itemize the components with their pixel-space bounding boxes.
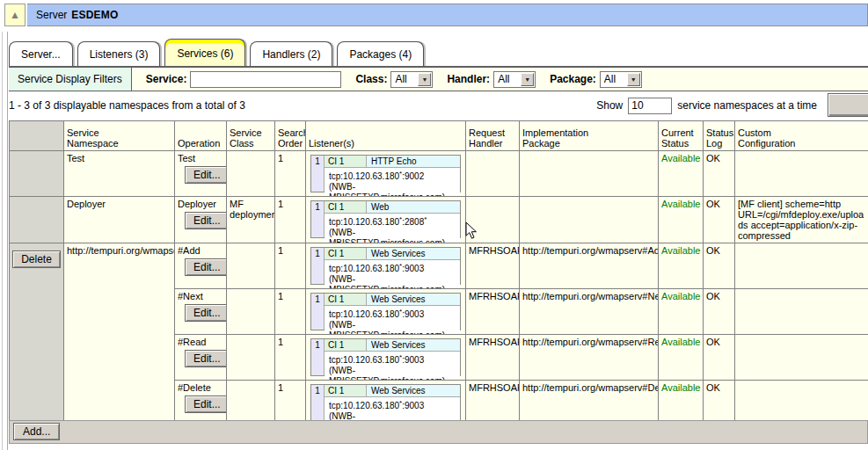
current-status-cell: Available xyxy=(659,335,704,381)
implementation-package-cell: http://tempuri.org/wmapserv#Delete xyxy=(520,381,659,426)
show-count-group: Show service namespaces at a time xyxy=(596,98,817,114)
table-row: Deployer Deployer Edit... MF deployment … xyxy=(10,197,868,243)
request-handler-cell xyxy=(466,197,520,243)
request-handler-cell: MFRHSOAP xyxy=(466,335,520,381)
frame-divider-outer xyxy=(2,32,3,450)
table-row: Test Test Edit... 1 1 CI 1 HTTP Echo tcp… xyxy=(10,151,868,197)
listeners-cell: 1 CI 1 Web Services tcp:10.120.63.180*:9… xyxy=(306,335,466,381)
edit-button[interactable]: Edit... xyxy=(185,212,227,229)
listener-box: 1 CI 1 HTTP Echo tcp:10.120.63.180*:9002… xyxy=(310,155,461,192)
custom-configuration-cell xyxy=(735,289,868,335)
search-order-cell: 1 xyxy=(275,381,306,426)
search-order-cell: 1 xyxy=(275,243,306,289)
tab-handlers[interactable]: Handlers (2) xyxy=(250,41,332,67)
server-name: ESDEMO xyxy=(71,9,118,21)
col-search-order: SearchOrder xyxy=(275,121,306,151)
service-class-cell xyxy=(227,289,275,335)
tab-listeners[interactable]: Listeners (3) xyxy=(77,41,161,67)
edit-button[interactable]: Edit... xyxy=(185,166,227,184)
current-status-cell: Available xyxy=(659,243,704,289)
class-select[interactable]: All ▼ xyxy=(390,71,433,88)
tab-bar: Server... Listeners (3) Services (6) Han… xyxy=(9,37,424,67)
implementation-package-cell xyxy=(520,151,659,197)
dropdown-arrow-icon: ▼ xyxy=(521,73,534,86)
package-select-value: All xyxy=(604,73,616,85)
server-header: ▲ Server ESDEMO xyxy=(4,4,868,26)
server-title-prefix: Server xyxy=(36,9,67,21)
implementation-package-cell: http://tempuri.org/wmapserv#Add xyxy=(520,243,659,289)
status-log-cell: OK xyxy=(704,335,735,381)
edit-button[interactable]: Edit... xyxy=(185,350,227,367)
status-log-cell: OK xyxy=(704,289,735,335)
edit-button[interactable]: Edit... xyxy=(185,304,227,322)
col-listeners: Listener(s) xyxy=(306,121,466,151)
actions-column-header xyxy=(10,121,64,151)
package-select[interactable]: All ▼ xyxy=(600,71,642,88)
listener-box: 1 CI 1 Web Services tcp:10.120.63.180*:9… xyxy=(310,384,461,422)
namespace-count-summary: 1 - 3 of 3 displayable namespaces from a… xyxy=(9,99,596,112)
listener-address: tcp:10.120.63.180*:9003 (NWB-MBISSETXP.m… xyxy=(325,306,460,335)
row-actions-cell: Delete xyxy=(10,243,64,426)
search-order-cell: 1 xyxy=(275,151,306,197)
custom-configuration-cell xyxy=(735,381,868,426)
listener-box: 1 CI 1 Web Services tcp:10.120.63.180*:9… xyxy=(310,338,461,376)
service-class-cell xyxy=(227,335,275,381)
show-count-input[interactable] xyxy=(628,98,672,114)
show-label: Show xyxy=(596,99,623,112)
handler-select[interactable]: All ▼ xyxy=(493,71,536,88)
listener-class: CI 1 xyxy=(325,385,367,396)
listener-name: Web Services xyxy=(367,248,460,259)
service-filter-input[interactable] xyxy=(190,71,341,88)
tab-services[interactable]: Services (6) xyxy=(164,39,245,67)
listeners-cell: 1 CI 1 HTTP Echo tcp:10.120.63.180*:9002… xyxy=(306,151,466,197)
frame-divider-inner xyxy=(7,32,8,450)
current-status-cell: Available xyxy=(659,381,704,426)
add-button[interactable]: Add... xyxy=(13,423,60,440)
operation-cell: #Delete Edit... xyxy=(175,381,227,426)
tab-server[interactable]: Server... xyxy=(9,41,73,67)
col-custom-configuration: CustomConfiguration xyxy=(735,121,868,151)
bottom-action-bar: Add... xyxy=(9,420,868,444)
services-table: ServiceNamespace Operation ServiceClass … xyxy=(9,120,868,426)
row-actions-cell xyxy=(10,197,64,243)
implementation-package-cell: http://tempuri.org/wmapserv#Next xyxy=(520,289,659,335)
operation-cell: #Add Edit... xyxy=(175,243,227,289)
filter-panel-title: Service Display Filters xyxy=(9,68,132,91)
service-namespace-cell: http://tempuri.org/wmapserv xyxy=(64,243,175,426)
status-log-cell: OK xyxy=(704,197,735,243)
request-handler-cell: MFRHSOAP xyxy=(466,243,520,289)
listener-address: tcp:10.120.63.180*:9003 (NWB-MBISSETXP.m… xyxy=(325,352,460,381)
table-header-row: ServiceNamespace Operation ServiceClass … xyxy=(10,121,868,151)
listener-class: CI 1 xyxy=(325,248,367,259)
delete-button[interactable]: Delete xyxy=(12,250,61,268)
pagination-row: 1 - 3 of 3 displayable namespaces from a… xyxy=(9,93,868,118)
service-filter-label: Service: xyxy=(146,73,187,85)
status-log-cell: OK xyxy=(704,243,735,289)
page-action-button[interactable] xyxy=(828,93,868,117)
handler-filter-label: Handler: xyxy=(447,73,490,85)
operation-cell: #Next Edit... xyxy=(175,289,227,335)
col-current-status: CurrentStatus xyxy=(659,121,704,151)
current-status-cell: Available xyxy=(659,289,704,335)
operation-cell: Deployer Edit... xyxy=(175,197,227,243)
request-handler-cell: MFRHSOAP xyxy=(466,381,520,426)
search-order-cell: 1 xyxy=(275,197,306,243)
handler-select-value: All xyxy=(498,73,509,85)
service-class-cell xyxy=(227,243,275,289)
col-service-class: ServiceClass xyxy=(227,121,275,151)
edit-button[interactable]: Edit... xyxy=(185,396,227,413)
implementation-package-cell xyxy=(520,197,659,243)
service-namespace-cell: Deployer xyxy=(64,197,175,243)
row-actions-cell xyxy=(10,151,64,197)
tab-packages[interactable]: Packages (4) xyxy=(337,41,424,67)
listener-name: Web Services xyxy=(367,339,460,351)
listener-box: 1 CI 1 Web tcp:10.120.63.180*:2808* (NWB… xyxy=(310,200,461,238)
col-implementation-package: ImplementationPackage xyxy=(520,121,659,151)
package-filter-label: Package: xyxy=(550,73,596,85)
service-class-cell xyxy=(227,381,275,426)
collapse-button[interactable]: ▲ xyxy=(4,4,26,26)
edit-button[interactable]: Edit... xyxy=(185,258,227,276)
status-log-cell: OK xyxy=(704,381,735,426)
search-order-cell: 1 xyxy=(275,289,306,335)
custom-configuration-cell xyxy=(735,151,868,197)
